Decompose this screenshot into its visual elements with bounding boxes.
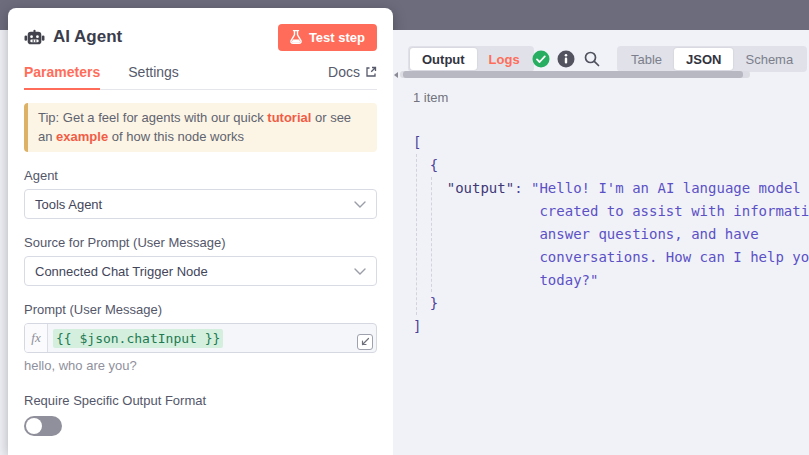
json-line: ] xyxy=(413,315,809,338)
agent-select[interactable]: Tools Agent xyxy=(24,189,377,219)
agent-label: Agent xyxy=(24,168,377,183)
json-line: today?" xyxy=(413,269,809,292)
json-line: [ xyxy=(413,131,809,154)
json-line: created to assist with information, xyxy=(413,200,809,223)
panel-tabs: Parameters Settings Docs xyxy=(24,64,377,90)
docs-link[interactable]: Docs xyxy=(328,64,377,89)
prompt-source-label: Source for Prompt (User Message) xyxy=(24,235,377,250)
tutorial-link[interactable]: tutorial xyxy=(267,110,311,125)
tab-schema[interactable]: Schema xyxy=(733,48,805,70)
json-viewer: [ { "output": "Hello! I'm an AI language… xyxy=(413,131,809,338)
node-title: AI Agent xyxy=(53,27,122,47)
prompt-label: Prompt (User Message) xyxy=(24,302,377,317)
robot-icon xyxy=(24,27,45,48)
scrollbar-track[interactable] xyxy=(400,71,750,78)
tab-json[interactable]: JSON xyxy=(674,48,733,70)
items-count: 1 item xyxy=(413,90,448,105)
chevron-down-icon xyxy=(354,268,366,275)
require-format-label: Require Specific Output Format xyxy=(24,393,377,408)
node-header: AI Agent Test step xyxy=(24,23,377,51)
tab-logs[interactable]: Logs xyxy=(477,48,532,70)
external-link-icon xyxy=(365,66,377,78)
expression-value: {{ $json.chatInput }} xyxy=(53,329,223,348)
flask-icon xyxy=(290,30,302,44)
fx-badge: fx xyxy=(25,324,48,352)
expression-preview: hello, who are you? xyxy=(24,358,377,373)
tab-output[interactable]: Output xyxy=(410,48,477,70)
info-icon[interactable] xyxy=(557,50,575,68)
tab-table[interactable]: Table xyxy=(619,48,674,70)
prompt-expression-field[interactable]: fx {{ $json.chatInput }} xyxy=(24,323,377,353)
require-format-toggle[interactable] xyxy=(24,416,62,436)
horizontal-scrollbar[interactable] xyxy=(393,71,773,79)
json-line: "output": "Hello! I'm an AI language mod… xyxy=(413,177,809,200)
json-line: answer questions, and have xyxy=(413,223,809,246)
json-code: [ { "output": "Hello! I'm an AI language… xyxy=(413,131,809,338)
toggle-knob xyxy=(26,418,42,434)
output-logs-switch: Output Logs xyxy=(408,46,534,72)
prompt-source-select[interactable]: Connected Chat Trigger Node xyxy=(24,256,377,286)
json-line: conversations. How can I help you xyxy=(413,246,809,269)
display-mode-switch: Table JSON Schema xyxy=(617,46,807,72)
output-panel: Output Logs Table JSON Schema 1 item [ {… xyxy=(393,30,809,455)
json-line: } xyxy=(413,292,809,315)
test-step-button[interactable]: Test step xyxy=(278,24,377,51)
expand-expression-icon[interactable] xyxy=(357,334,373,350)
search-icon[interactable] xyxy=(583,50,601,68)
tip-callout: Tip: Get a feel for agents with our quic… xyxy=(24,103,377,152)
expression-input[interactable]: {{ $json.chatInput }} xyxy=(48,324,223,352)
tab-settings[interactable]: Settings xyxy=(128,64,179,89)
json-line: { xyxy=(413,154,809,177)
tab-parameters[interactable]: Parameters xyxy=(24,64,100,89)
scroll-left-arrow-icon[interactable] xyxy=(394,72,398,78)
example-link[interactable]: example xyxy=(56,129,108,144)
chevron-down-icon xyxy=(354,201,366,208)
scrollbar-thumb[interactable] xyxy=(403,71,743,78)
node-settings-panel: AI Agent Test step Parameters Settings D… xyxy=(8,8,393,455)
success-check-icon[interactable] xyxy=(532,50,550,68)
